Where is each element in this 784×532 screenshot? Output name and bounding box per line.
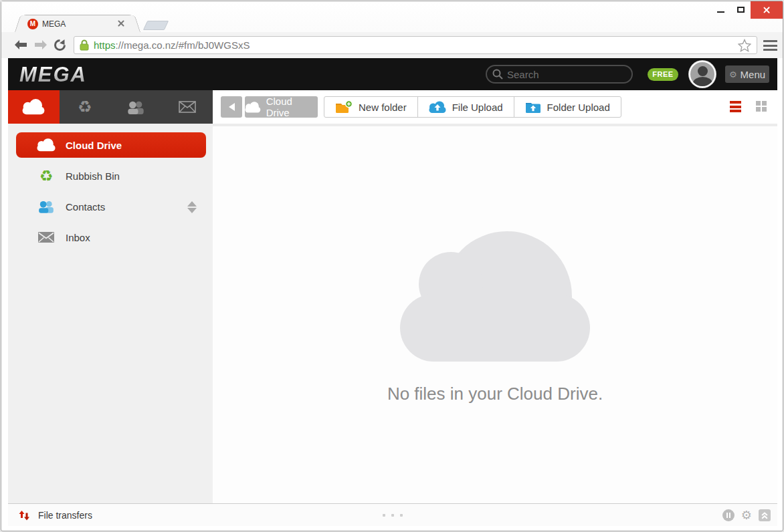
list-view-icon[interactable]	[730, 101, 741, 114]
sidebar: Cloud Drive ♻ Rubbish Bin Contacts	[8, 124, 213, 503]
new-folder-button[interactable]: New folder	[324, 97, 418, 117]
strip-tab-rubbish-bin[interactable]: ♻	[60, 90, 111, 124]
search-box[interactable]	[486, 65, 633, 84]
strip-tab-cloud-drive[interactable]	[8, 90, 60, 124]
empty-message: No files in your Cloud Drive.	[213, 384, 777, 404]
file-upload-icon	[429, 101, 446, 114]
close-icon	[763, 6, 771, 14]
recycle-icon: ♻	[36, 168, 56, 184]
view-toggles	[730, 101, 767, 114]
sidebar-item-label: Inbox	[66, 232, 90, 243]
file-upload-button[interactable]: File Upload	[418, 97, 514, 117]
transfers-footer: File transfers ⚙	[8, 503, 777, 526]
window-controls	[710, 1, 783, 21]
reload-button[interactable]	[51, 36, 68, 53]
mega-logo[interactable]: MEGA	[19, 63, 87, 87]
expand-transfers-icon[interactable]	[759, 509, 771, 521]
file-upload-label: File Upload	[452, 102, 503, 113]
mega-header: MEGA FREE ⚙ Menu	[8, 58, 777, 90]
sidebar-item-cloud-drive[interactable]: Cloud Drive	[16, 132, 206, 158]
grid-view-icon[interactable]	[756, 101, 767, 112]
envelope-icon	[36, 232, 56, 243]
mega-favicon-icon: M	[27, 19, 38, 29]
folder-upload-label: Folder Upload	[547, 102, 610, 113]
section-icon-strip: ♻	[8, 90, 213, 124]
strip-tab-contacts[interactable]	[110, 90, 162, 124]
strip-tab-inbox[interactable]	[162, 90, 213, 124]
address-bar[interactable]: https://mega.co.nz/#fm/bJ0WGSxS	[74, 36, 757, 54]
back-button[interactable]	[12, 36, 29, 53]
new-folder-label: New folder	[359, 102, 407, 113]
browser-window: M MEGA https://me	[1, 1, 783, 531]
tab-close-icon[interactable]	[117, 19, 126, 29]
minimize-icon	[717, 11, 724, 13]
menu-button-label: Menu	[741, 69, 766, 80]
forward-button[interactable]	[32, 36, 50, 53]
cloud-icon	[36, 138, 56, 152]
pause-transfers-icon[interactable]	[722, 509, 734, 521]
maximize-icon	[737, 7, 745, 13]
transfer-settings-gear-icon[interactable]: ⚙	[741, 509, 752, 521]
contacts-icon	[36, 200, 56, 213]
menu-button[interactable]: ⚙ Menu	[725, 65, 769, 83]
action-button-group: New folder File Upload	[324, 96, 621, 118]
back-arrow-icon	[13, 39, 28, 50]
mega-toolbar: Cloud Drive New folder	[213, 90, 777, 124]
browser-titlebar: M MEGA	[1, 1, 783, 32]
file-transfers-label: File transfers	[38, 510, 92, 521]
folder-upload-button[interactable]: Folder Upload	[514, 97, 621, 117]
avatar[interactable]	[689, 61, 716, 88]
sidebar-item-inbox[interactable]: Inbox	[16, 225, 206, 250]
cloud-icon	[22, 99, 45, 115]
envelope-icon	[179, 101, 196, 113]
sidebar-item-contacts[interactable]: Contacts	[16, 194, 206, 219]
content-area: Cloud Drive ♻ Rubbish Bin Contacts	[8, 124, 777, 503]
avatar-silhouette	[698, 66, 708, 76]
sidebar-item-rubbish-bin[interactable]: ♻ Rubbish Bin	[16, 163, 206, 188]
cloud-icon	[245, 102, 261, 113]
url-scheme: https	[94, 39, 116, 51]
minimize-button[interactable]	[710, 1, 730, 17]
close-button[interactable]	[751, 1, 783, 19]
bookmark-star-icon[interactable]	[738, 39, 751, 55]
contacts-icon	[126, 100, 145, 114]
new-tab-button[interactable]	[143, 21, 169, 30]
transfer-arrows-icon	[19, 511, 30, 521]
sidebar-item-label: Contacts	[66, 201, 105, 213]
search-icon	[492, 69, 503, 80]
browser-nav-toolbar: https://mega.co.nz/#fm/bJ0WGSxS	[1, 32, 783, 58]
reload-icon	[54, 39, 66, 51]
search-input[interactable]	[507, 69, 621, 80]
tab-title: MEGA	[42, 19, 66, 29]
browser-menu-icon[interactable]	[763, 40, 777, 53]
recycle-icon: ♻	[78, 99, 92, 115]
maximize-button[interactable]	[730, 1, 751, 17]
folder-upload-icon	[525, 101, 541, 114]
sort-arrows-icon[interactable]	[187, 201, 197, 213]
nav-back-button[interactable]	[221, 96, 242, 118]
sidebar-item-label: Cloud Drive	[66, 140, 122, 151]
toolbar-row: ♻	[8, 90, 777, 124]
file-list-area[interactable]: No files in your Cloud Drive.	[213, 124, 777, 503]
empty-cloud-illustration	[400, 231, 590, 362]
file-transfers-toggle[interactable]: File transfers	[19, 504, 92, 526]
back-triangle-icon	[228, 102, 235, 112]
forward-arrow-icon	[33, 39, 48, 50]
breadcrumb-label: Cloud Drive	[266, 96, 318, 118]
plan-badge[interactable]: FREE	[648, 68, 678, 81]
gear-icon: ⚙	[729, 70, 737, 80]
new-folder-icon	[335, 100, 353, 114]
resize-handle[interactable]	[383, 514, 403, 517]
mega-page: MEGA FREE ⚙ Menu	[8, 58, 777, 526]
breadcrumb-cloud-drive[interactable]: Cloud Drive	[245, 96, 318, 118]
url-text: ://mega.co.nz/#fm/bJ0WGSxS	[116, 39, 250, 51]
footer-controls: ⚙	[722, 504, 771, 526]
sidebar-item-label: Rubbish Bin	[66, 170, 120, 182]
browser-tab-mega[interactable]: M MEGA	[21, 15, 134, 32]
https-lock-icon	[80, 39, 89, 51]
